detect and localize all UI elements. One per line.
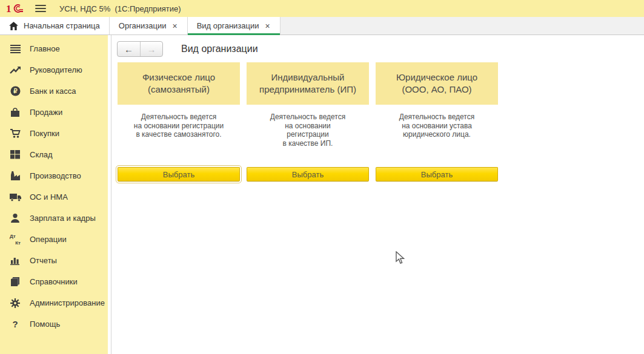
select-button[interactable]: Выбрать xyxy=(376,167,498,182)
title-bar: 1 УСН, НДС 5% (1С:Предприятие) xyxy=(0,0,644,17)
ruble-coin-icon: ₽ xyxy=(9,85,21,97)
sidebar-item-label: Главное xyxy=(30,44,60,53)
debit-credit-icon: ДтКт xyxy=(9,234,21,246)
tab-label: Организации xyxy=(119,21,167,30)
person-icon xyxy=(9,212,21,225)
tab-home[interactable]: Начальная страница xyxy=(0,17,110,34)
truck-icon xyxy=(9,191,21,203)
app-title: УСН, НДС 5% (1С:Предприятие) xyxy=(59,4,181,13)
sidebar-item-label: Склад xyxy=(30,150,53,159)
sidebar-item-label: Справочники xyxy=(30,277,78,286)
gear-icon xyxy=(9,297,21,309)
sidebar-item-label: Администрирование xyxy=(30,298,105,307)
sidebar-item-otchety[interactable]: Отчеты xyxy=(0,250,108,271)
sidebar-item-spravochniki[interactable]: Справочники xyxy=(0,271,108,292)
card-title-line: предприниматель (ИП) xyxy=(259,84,356,96)
card-title-line: (ООО, АО, ПАО) xyxy=(402,84,471,96)
sidebar-item-sklad[interactable]: Склад xyxy=(0,144,108,165)
organization-kind-cards: Физическое лицо (самозанятый) Деятельнос… xyxy=(118,62,644,182)
sidebar-item-label: Продажи xyxy=(30,108,62,117)
select-button[interactable]: Выбрать xyxy=(247,167,369,182)
sidebar-item-label: Руководителю xyxy=(30,65,82,74)
card-legal-entity: Юридическое лицо (ООО, АО, ПАО) Деятельн… xyxy=(376,62,498,182)
sidebar-item-label: Помощь xyxy=(30,320,60,329)
shopping-cart-icon xyxy=(9,128,21,140)
close-icon[interactable]: × xyxy=(265,22,271,30)
card-title: Индивидуальный предприниматель (ИП) xyxy=(247,62,369,105)
tab-organizations[interactable]: Организации × xyxy=(110,17,188,34)
sidebar-item-label: Покупки xyxy=(30,129,59,138)
card-title-line: (самозанятый) xyxy=(148,84,210,96)
card-title-line: Юридическое лицо xyxy=(396,71,477,84)
card-title-line: Физическое лицо xyxy=(142,71,215,84)
card-title: Физическое лицо (самозанятый) xyxy=(118,62,240,105)
card-entrepreneur-ip: Индивидуальный предприниматель (ИП) Деят… xyxy=(247,62,369,182)
main-menu-icon[interactable] xyxy=(35,5,46,12)
sidebar-item-administrirovanie[interactable]: Администрирование xyxy=(0,292,108,313)
page-header: ← → Вид организации xyxy=(117,41,644,57)
card-description: Деятельность ведется на основании регист… xyxy=(118,105,240,167)
sidebar-item-label: Производство xyxy=(30,171,81,180)
svg-text:₽: ₽ xyxy=(13,88,18,94)
sidebar-item-proizvodstvo[interactable]: Производство xyxy=(0,165,108,186)
card-description: Деятельность ведется на основании регист… xyxy=(247,105,369,167)
sidebar-item-operacii[interactable]: ДтКт Операции xyxy=(0,229,108,250)
card-title: Юридическое лицо (ООО, АО, ПАО) xyxy=(376,62,498,105)
bar-chart-icon xyxy=(9,255,21,267)
app-window: 1 УСН, НДС 5% (1С:Предприятие) Начальная… xyxy=(0,0,644,354)
shopping-bag-icon xyxy=(9,107,21,119)
tab-bar: Начальная страница Организации × Вид орг… xyxy=(0,17,644,35)
warehouse-boxes-icon xyxy=(9,149,21,161)
card-title-line: Индивидуальный xyxy=(271,71,345,84)
tab-label: Начальная страница xyxy=(24,21,100,30)
page-title: Вид организации xyxy=(181,44,258,54)
sidebar-item-pokupki[interactable]: Покупки xyxy=(0,123,108,144)
sidebar-item-prodazhi[interactable]: Продажи xyxy=(0,102,108,123)
sidebar-item-label: Отчеты xyxy=(30,256,57,265)
books-icon xyxy=(9,276,21,288)
sidebar-item-label: Банк и касса xyxy=(30,87,76,96)
forward-button: → xyxy=(140,42,162,56)
back-button[interactable]: ← xyxy=(118,42,140,56)
home-icon xyxy=(9,22,18,30)
close-icon[interactable]: × xyxy=(171,22,178,30)
1c-logo-icon: 1 xyxy=(6,3,25,14)
main-content: ← → Вид организации Физическое лицо (сам… xyxy=(111,35,644,354)
sidebar-wrap: Главное Руководителю ₽ Банк и касса xyxy=(0,35,111,354)
menu-lines-icon xyxy=(9,43,21,55)
factory-icon xyxy=(9,170,21,182)
sidebar-item-bank-i-kassa[interactable]: ₽ Банк и касса xyxy=(0,80,108,102)
sidebar-item-glavnoe[interactable]: Главное xyxy=(0,38,108,59)
select-button[interactable]: Выбрать xyxy=(118,167,240,182)
app-body: Главное Руководителю ₽ Банк и касса xyxy=(0,35,644,354)
sidebar-item-label: ОС и НМА xyxy=(30,192,68,202)
sidebar-item-os-i-nma[interactable]: ОС и НМА xyxy=(0,186,108,208)
card-description: Деятельность ведется на основании устава… xyxy=(376,105,498,167)
sidebar-item-pomosch[interactable]: ? Помощь xyxy=(0,313,108,335)
tab-organization-kind[interactable]: Вид организации × xyxy=(188,17,281,34)
question-icon: ? xyxy=(9,318,21,330)
sidebar-item-rukovoditelyu[interactable]: Руководителю xyxy=(0,59,108,80)
sidebar-item-label: Зарплата и кадры xyxy=(30,214,96,223)
sidebar-item-zarplata-i-kadry[interactable]: Зарплата и кадры xyxy=(0,208,108,229)
history-nav: ← → xyxy=(117,41,163,57)
card-individual-selfemployed: Физическое лицо (самозанятый) Деятельнос… xyxy=(118,62,240,182)
sidebar: Главное Руководителю ₽ Банк и касса xyxy=(0,35,108,354)
trend-chart-icon xyxy=(9,64,21,76)
tab-label: Вид организации xyxy=(197,21,259,30)
svg-text:1: 1 xyxy=(6,3,12,14)
sidebar-item-label: Операции xyxy=(30,235,67,244)
